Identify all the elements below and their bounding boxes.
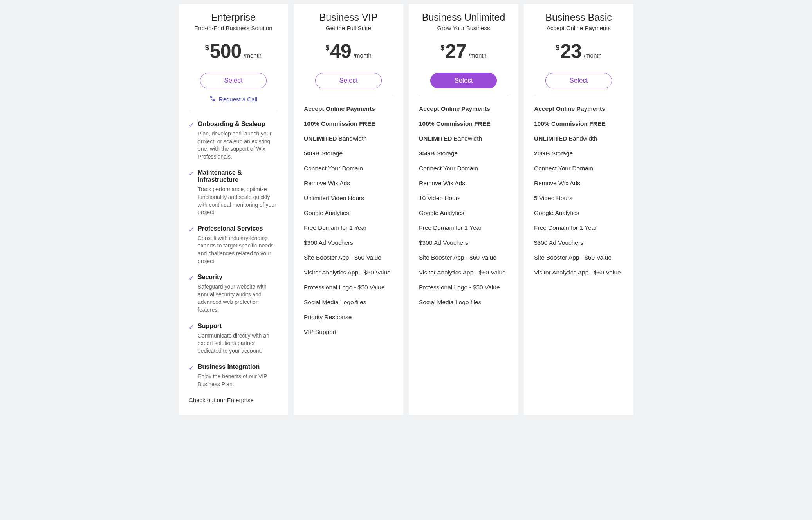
pricing-container: Enterprise End-to-End Business Solution … [132, 4, 680, 415]
check-icon: ✓ [189, 226, 194, 265]
feature-heading: Business Integration [198, 363, 278, 370]
price-period: /month [244, 52, 262, 59]
plan-subtitle: Get the Full Suite [304, 25, 393, 31]
feature-item: Remove Wix Ads [534, 180, 623, 187]
feature-item: Free Domain for 1 Year [304, 224, 393, 231]
feature-item: Google Analytics [304, 209, 393, 217]
plan-business-vip: Business VIP Get the Full Suite $ 49 /mo… [294, 4, 403, 415]
select-button[interactable]: Select [545, 73, 612, 88]
feature-item: 10 Video Hours [419, 195, 508, 202]
plan-business-unlimited: Business Unlimited Grow Your Business $ … [409, 4, 518, 415]
feature-heading: Maintenance & Infrastructure [198, 169, 278, 183]
request-call-link[interactable]: Request a Call [189, 96, 278, 103]
feature-item: VIP Support [304, 329, 393, 336]
plan-subtitle: Accept Online Payments [534, 25, 623, 31]
price-value: 500 [210, 42, 241, 61]
price-row: $ 23 /month [534, 42, 623, 61]
plan-enterprise: Enterprise End-to-End Business Solution … [179, 4, 288, 415]
feature-heading: Professional Services [198, 225, 278, 232]
feature-item: Site Booster App - $60 Value [419, 254, 508, 261]
feature-description: Enjoy the benefits of our VIP Business P… [198, 373, 278, 388]
feature-item: Unlimited Video Hours [304, 195, 393, 202]
feature-item: Free Domain for 1 Year [534, 224, 623, 231]
feature-item-bold: UNLIMITED Bandwidth [304, 135, 393, 142]
feature-item-bold: Accept Online Payments [419, 105, 508, 112]
enterprise-footer-text: Check out our Enterprise [189, 397, 278, 403]
enterprise-feature-list: ✓Onboarding & ScaleupPlan, develop and l… [189, 121, 278, 388]
check-icon: ✓ [189, 274, 194, 314]
feature-item: Visitor Analytics App - $60 Value [304, 269, 393, 276]
check-icon: ✓ [189, 323, 194, 355]
feature-item: Free Domain for 1 Year [419, 224, 508, 231]
feature-description: Consult with industry-leading experts to… [198, 235, 278, 265]
feature-item-bold: 100% Commission FREE [534, 120, 623, 127]
price-value: 23 [560, 42, 581, 61]
plan-title: Business Unlimited [419, 12, 508, 23]
divider [189, 111, 278, 111]
feature-item: $300 Ad Vouchers [304, 239, 393, 246]
feature-item: Remove Wix Ads [419, 180, 508, 187]
price-value: 49 [330, 42, 351, 61]
feature-item: Social Media Logo files [419, 299, 508, 306]
feature-item-bold: Accept Online Payments [534, 105, 623, 112]
currency-symbol: $ [205, 44, 209, 52]
price-row: $ 49 /month [304, 42, 393, 61]
currency-symbol: $ [556, 44, 559, 52]
feature-list: Accept Online Payments100% Commission FR… [534, 105, 623, 276]
feature-item: 5 Video Hours [534, 195, 623, 202]
feature-item: Priority Response [304, 314, 393, 321]
feature-description: Safeguard your website with annual secur… [198, 283, 278, 314]
enterprise-feature-item: ✓Maintenance & InfrastructureTrack perfo… [189, 169, 278, 216]
currency-symbol: $ [440, 44, 444, 52]
plan-business-basic: Business Basic Accept Online Payments $ … [524, 4, 633, 415]
plan-subtitle: End-to-End Business Solution [189, 25, 278, 31]
feature-heading: Onboarding & Scaleup [198, 121, 278, 128]
feature-description: Communicate directly with an expert solu… [198, 332, 278, 355]
check-icon: ✓ [189, 121, 194, 161]
price-value: 27 [445, 42, 466, 61]
price-period: /month [469, 52, 487, 59]
check-icon: ✓ [189, 364, 194, 388]
feature-description: Track performance, optimize functionalit… [198, 186, 278, 216]
enterprise-feature-item: ✓Professional ServicesConsult with indus… [189, 225, 278, 265]
feature-description: Plan, develop and launch your project, o… [198, 130, 278, 161]
feature-item: Google Analytics [534, 209, 623, 217]
feature-item-bold: UNLIMITED Bandwidth [419, 135, 508, 142]
select-button[interactable]: Select [315, 73, 382, 88]
plan-subtitle: Grow Your Business [419, 25, 508, 31]
price-row: $ 27 /month [419, 42, 508, 61]
enterprise-feature-item: ✓Onboarding & ScaleupPlan, develop and l… [189, 121, 278, 161]
currency-symbol: $ [325, 44, 329, 52]
feature-item: Professional Logo - $50 Value [304, 284, 393, 291]
price-row: $ 500 /month [189, 42, 278, 61]
feature-item: Visitor Analytics App - $60 Value [419, 269, 508, 276]
feature-item: Remove Wix Ads [304, 180, 393, 187]
feature-item-bold: 20GB Storage [534, 150, 623, 157]
price-period: /month [584, 52, 602, 59]
enterprise-feature-item: ✓SupportCommunicate directly with an exp… [189, 323, 278, 355]
feature-item: $300 Ad Vouchers [534, 239, 623, 246]
enterprise-feature-item: ✓Business IntegrationEnjoy the benefits … [189, 363, 278, 388]
select-button[interactable]: Select [200, 73, 267, 88]
plan-title: Enterprise [189, 12, 278, 23]
feature-item-bold: UNLIMITED Bandwidth [534, 135, 623, 142]
enterprise-feature-item: ✓SecuritySafeguard your website with ann… [189, 274, 278, 314]
feature-item: Site Booster App - $60 Value [304, 254, 393, 261]
feature-heading: Security [198, 274, 278, 281]
feature-item: Connect Your Domain [419, 165, 508, 172]
price-period: /month [354, 52, 372, 59]
divider [419, 96, 508, 96]
feature-item-bold: 50GB Storage [304, 150, 393, 157]
feature-item-bold: 100% Commission FREE [419, 120, 508, 127]
feature-item: Connect Your Domain [534, 165, 623, 172]
feature-list: Accept Online Payments100% Commission FR… [419, 105, 508, 306]
divider [534, 96, 623, 96]
select-button[interactable]: Select [430, 73, 497, 88]
feature-heading: Support [198, 323, 278, 330]
feature-item: $300 Ad Vouchers [419, 239, 508, 246]
feature-item: Google Analytics [419, 209, 508, 217]
divider [304, 96, 393, 96]
feature-item-bold: Accept Online Payments [304, 105, 393, 112]
plan-title: Business Basic [534, 12, 623, 23]
feature-item-bold: 35GB Storage [419, 150, 508, 157]
